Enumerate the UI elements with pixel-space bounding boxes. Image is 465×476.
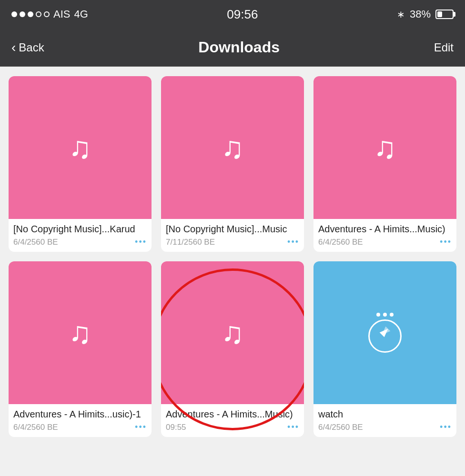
item-info: [No Copyright Music]...Karud 6/4/2560 BE… [9, 219, 152, 252]
chevron-left-icon: ‹ [11, 41, 16, 54]
music-thumbnail: ♫ [9, 261, 152, 404]
battery-icon [435, 10, 454, 19]
browser-dots [376, 313, 394, 317]
item-meta: 7/11/2560 BE ••• [166, 237, 299, 247]
music-note-icon: ♫ [69, 130, 91, 165]
list-item[interactable]: ♫ [No Copyright Music]...Karud 6/4/2560 … [9, 76, 152, 252]
status-right: ∗ 38% [397, 8, 454, 20]
more-options-button[interactable]: ••• [440, 422, 452, 432]
list-item[interactable]: ♫ Adventures - A Himits...Music) 6/4/256… [313, 76, 456, 252]
item-thumbnail: ♫ [9, 261, 152, 404]
bluetooth-icon: ∗ [397, 9, 405, 20]
more-options-button[interactable]: ••• [287, 237, 299, 247]
compass-needle [378, 329, 392, 343]
music-thumbnail: ♫ [161, 76, 304, 219]
item-title: Adventures - A Himits...Music) [166, 408, 299, 420]
item-meta: 6/4/2560 BE ••• [318, 422, 452, 432]
carrier-label: AIS [53, 8, 70, 20]
item-info: [No Copyright Music]...Music 7/11/2560 B… [161, 219, 304, 252]
more-options-button[interactable]: ••• [135, 237, 147, 247]
back-label: Back [19, 41, 44, 54]
music-note-icon: ♫ [221, 315, 244, 350]
browser-dot [390, 313, 394, 317]
music-thumbnail: ♫ [9, 76, 152, 219]
item-title: Adventures - A Himits...usic)-1 [13, 408, 147, 420]
list-item[interactable]: watch 6/4/2560 BE ••• [313, 261, 456, 437]
edit-button[interactable]: Edit [434, 41, 454, 54]
list-item[interactable]: ♫ Adventures - A Himits...usic)-1 6/4/25… [9, 261, 152, 437]
compass-icon [368, 319, 402, 353]
list-item[interactable]: ♫ [No Copyright Music]...Music 7/11/2560… [161, 76, 304, 252]
battery-fill [437, 11, 443, 17]
list-item[interactable]: ♫ Adventures - A Himits...Music) 09:55 •… [161, 261, 304, 437]
item-title: watch [318, 408, 452, 420]
item-info: watch 6/4/2560 BE ••• [313, 404, 456, 437]
network-label: 4G [74, 8, 88, 20]
item-thumbnail [313, 261, 456, 404]
item-date: 6/4/2560 BE [13, 423, 58, 432]
item-meta: 6/4/2560 BE ••• [13, 422, 147, 432]
signal-dot-3 [28, 11, 33, 17]
item-title: [No Copyright Music]...Karud [13, 223, 147, 235]
more-options-button[interactable]: ••• [287, 422, 299, 432]
item-meta: 6/4/2560 BE ••• [318, 237, 452, 247]
browser-dot [376, 313, 380, 317]
signal-dot-2 [20, 11, 25, 17]
browser-dot [383, 313, 387, 317]
music-note-icon: ♫ [221, 130, 244, 165]
music-thumbnail: ♫ [161, 261, 304, 404]
item-date: 7/11/2560 BE [166, 238, 215, 247]
back-button[interactable]: ‹ Back [11, 41, 44, 54]
content-grid-wrapper: ♫ [No Copyright Music]...Karud 6/4/2560 … [0, 67, 465, 446]
music-thumbnail: ♫ [313, 76, 456, 219]
item-date: 6/4/2560 BE [318, 423, 363, 432]
battery-percentage: 38% [410, 8, 431, 20]
signal-dot-1 [11, 11, 17, 17]
item-date: 6/4/2560 BE [13, 238, 58, 247]
page-title: Downloads [198, 39, 280, 56]
item-title: Adventures - A Himits...Music) [318, 223, 452, 235]
item-thumbnail: ♫ [9, 76, 152, 219]
music-note-icon: ♫ [69, 315, 91, 350]
item-date: 09:55 [166, 423, 186, 432]
browser-icon [368, 313, 402, 353]
signal-dots [11, 11, 50, 17]
signal-dot-4 [36, 11, 41, 17]
item-meta: 6/4/2560 BE ••• [13, 237, 147, 247]
downloads-grid: ♫ [No Copyright Music]...Karud 6/4/2560 … [0, 67, 465, 446]
item-title: [No Copyright Music]...Music [166, 223, 299, 235]
item-thumbnail: ♫ [161, 76, 304, 219]
more-options-button[interactable]: ••• [135, 422, 147, 432]
item-info: Adventures - A Himits...Music) 6/4/2560 … [313, 219, 456, 252]
signal-dot-5 [44, 11, 50, 17]
item-info: Adventures - A Himits...Music) 09:55 ••• [161, 404, 304, 437]
nav-bar: ‹ Back Downloads Edit [0, 29, 465, 67]
status-bar: AIS 4G 09:56 ∗ 38% [0, 0, 465, 29]
status-left: AIS 4G [11, 8, 88, 20]
time-display: 09:56 [227, 7, 258, 22]
browser-thumbnail [313, 261, 456, 404]
item-thumbnail: ♫ [161, 261, 304, 404]
item-date: 6/4/2560 BE [318, 238, 363, 247]
item-meta: 09:55 ••• [166, 422, 299, 432]
item-thumbnail: ♫ [313, 76, 456, 219]
more-options-button[interactable]: ••• [440, 237, 452, 247]
item-info: Adventures - A Himits...usic)-1 6/4/2560… [9, 404, 152, 437]
music-note-icon: ♫ [374, 130, 396, 165]
